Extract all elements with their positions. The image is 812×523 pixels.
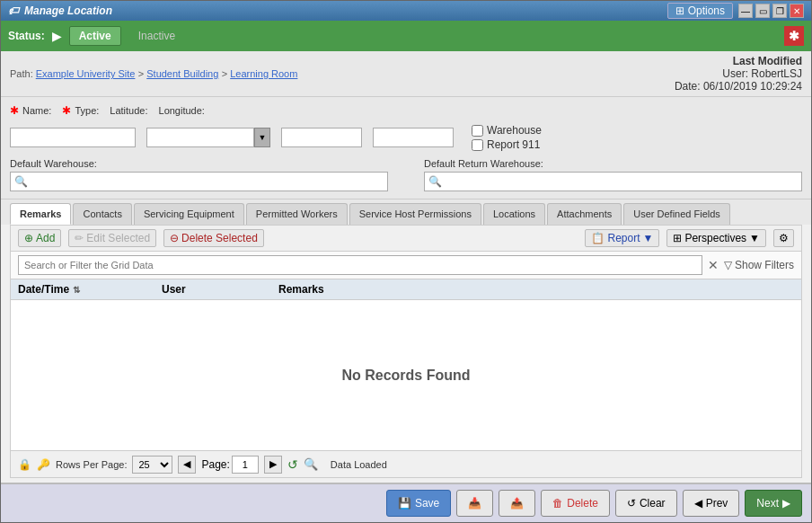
grid-footer: 🔒 🔑 Rows Per Page: 25 50 100 ◀ Page: ▶ ↺… bbox=[11, 450, 801, 477]
data-loaded-status: Data Loaded bbox=[331, 459, 387, 470]
tab-servicing-equipment[interactable]: Servicing Equipment bbox=[134, 203, 244, 225]
options-button[interactable]: ⊞ Options bbox=[667, 3, 733, 19]
grid-area: ⊕ Add ✏ Edit Selected ⊖ Delete Selected … bbox=[10, 225, 802, 478]
required-button[interactable]: ✱ bbox=[784, 26, 804, 46]
perspectives-icon: ⊞ bbox=[673, 232, 682, 244]
col-header-remarks: Remarks bbox=[278, 283, 794, 296]
form-row-2: East Wall Location Service Location ▼ Wa… bbox=[10, 124, 802, 151]
save-icon: 💾 bbox=[398, 497, 411, 510]
default-return-warehouse-input[interactable] bbox=[446, 176, 801, 187]
next-page-button[interactable]: ▶ bbox=[264, 456, 282, 474]
export-icon: 📤 bbox=[510, 497, 524, 510]
tab-locations[interactable]: Locations bbox=[483, 203, 545, 225]
clear-button[interactable]: ↺ Clear bbox=[615, 490, 677, 517]
add-button[interactable]: ⊕ Add bbox=[18, 229, 61, 247]
refresh-button[interactable]: ↺ bbox=[287, 457, 298, 472]
warehouse-checkbox-row: Warehouse bbox=[472, 124, 542, 137]
status-bar: Status: ▶ Active Inactive ✱ bbox=[1, 21, 811, 51]
add-icon: ⊕ bbox=[24, 232, 33, 244]
default-warehouse-input-wrap: 🔍 bbox=[10, 172, 388, 191]
path-part-3[interactable]: Learning Room bbox=[230, 68, 297, 79]
grid-header: Date/Time ⇅ User Remarks bbox=[11, 279, 801, 300]
main-window: 🏷 Manage Location ⊞ Options — ▭ ❐ ✕ Stat… bbox=[0, 0, 812, 523]
warehouse-checkbox[interactable] bbox=[472, 125, 483, 137]
zoom-button[interactable]: 🔍 bbox=[304, 457, 318, 471]
title-bar-left: 🏷 Manage Location bbox=[8, 4, 112, 17]
next-icon: ▶ bbox=[782, 497, 790, 510]
path-bar: Path: Example Univerity Site > Student B… bbox=[1, 51, 811, 97]
search-bar: ✕ ▽ Show Filters bbox=[11, 252, 801, 279]
settings-button[interactable]: ⚙ bbox=[773, 229, 794, 247]
inactive-status-button[interactable]: Inactive bbox=[128, 26, 185, 46]
status-arrow-icon: ▶ bbox=[52, 29, 62, 43]
rows-per-page-label: Rows Per Page: bbox=[56, 459, 127, 470]
longitude-input[interactable] bbox=[373, 128, 454, 147]
report-dropdown-icon: ▼ bbox=[643, 232, 654, 244]
type-input[interactable]: Service Location bbox=[146, 128, 254, 147]
delete-button[interactable]: 🗑 Delete bbox=[541, 490, 610, 517]
tab-remarks[interactable]: Remarks bbox=[10, 203, 71, 225]
status-bar-right: ✱ bbox=[784, 26, 804, 46]
tab-contacts[interactable]: Contacts bbox=[73, 203, 131, 225]
show-filters-button[interactable]: ▽ Show Filters bbox=[724, 259, 794, 271]
import-button[interactable]: 📥 bbox=[456, 490, 493, 517]
last-modified-date: Date: 06/10/2019 10:29:24 bbox=[675, 80, 802, 93]
default-warehouse-group: Default Warehouse: 🔍 bbox=[10, 158, 388, 191]
delete-selected-button[interactable]: ⊖ Delete Selected bbox=[163, 229, 264, 247]
type-select-wrapper: Service Location ▼ bbox=[146, 128, 270, 147]
path-sep-2: > bbox=[222, 68, 230, 79]
name-group: ✱ Name: bbox=[10, 104, 51, 117]
path-part-2[interactable]: Student Building bbox=[146, 68, 218, 79]
report-button[interactable]: 📋 Report ▼ bbox=[585, 229, 659, 247]
export-button[interactable]: 📤 bbox=[499, 490, 535, 517]
maximize-button[interactable]: ❐ bbox=[772, 4, 787, 18]
clear-search-button[interactable]: ✕ bbox=[708, 258, 719, 272]
lock-icon: 🔒 bbox=[18, 458, 31, 471]
close-button[interactable]: ✕ bbox=[790, 4, 804, 18]
minimize-button[interactable]: — bbox=[738, 4, 753, 18]
edit-selected-button[interactable]: ✏ Edit Selected bbox=[68, 229, 156, 247]
name-required-star: ✱ bbox=[10, 104, 19, 117]
page-input-wrap: Page: bbox=[201, 456, 258, 474]
default-return-warehouse-input-wrap: 🔍 bbox=[424, 172, 802, 191]
grid-search-input[interactable] bbox=[18, 255, 702, 275]
col-header-datetime[interactable]: Date/Time ⇅ bbox=[18, 283, 162, 296]
page-input[interactable] bbox=[232, 456, 259, 474]
next-button[interactable]: Next ▶ bbox=[745, 490, 802, 517]
col-header-user: User bbox=[162, 283, 278, 296]
type-label: Type: bbox=[75, 105, 99, 116]
prev-page-button[interactable]: ◀ bbox=[178, 456, 196, 474]
active-status-button[interactable]: Active bbox=[69, 26, 121, 46]
save-button[interactable]: 💾 Save bbox=[386, 490, 451, 517]
default-warehouse-input[interactable] bbox=[31, 176, 387, 187]
window-controls: — ▭ ❐ ✕ bbox=[738, 4, 804, 18]
type-dropdown-arrow[interactable]: ▼ bbox=[254, 128, 270, 147]
path-label: Path: bbox=[10, 68, 36, 79]
delete-selected-icon: ⊖ bbox=[170, 232, 179, 244]
report-911-checkbox[interactable] bbox=[472, 139, 483, 151]
latitude-input[interactable] bbox=[281, 128, 362, 147]
tab-permitted-workers[interactable]: Permitted Workers bbox=[246, 203, 348, 225]
lat-label: Latitude: bbox=[110, 105, 147, 116]
default-warehouse-label: Default Warehouse: bbox=[10, 158, 388, 169]
path-sep-1: > bbox=[138, 68, 146, 79]
restore-button[interactable]: ▭ bbox=[755, 4, 770, 18]
prev-button[interactable]: ◀ Prev bbox=[683, 490, 740, 517]
sort-icon-datetime: ⇅ bbox=[73, 285, 80, 295]
form-area: ✱ Name: ✱ Type: Latitude: Longitude: Eas… bbox=[1, 97, 811, 199]
grid-body: No Records Found bbox=[11, 300, 801, 450]
tab-service-host-permissions[interactable]: Service Host Permissions bbox=[349, 203, 481, 225]
prev-icon: ◀ bbox=[694, 497, 702, 510]
name-input[interactable]: East Wall Location bbox=[10, 128, 136, 147]
path-part-1[interactable]: Example Univerity Site bbox=[36, 68, 136, 79]
tab-user-defined-fields[interactable]: User Defined Fields bbox=[623, 203, 730, 225]
rows-per-page-select[interactable]: 25 50 100 bbox=[132, 456, 172, 474]
perspectives-button[interactable]: ⊞ Perspectives ▼ bbox=[666, 229, 766, 247]
tab-attachments[interactable]: Attachments bbox=[547, 203, 622, 225]
last-modified-heading: Last Modified bbox=[733, 55, 802, 67]
form-row-1: ✱ Name: ✱ Type: Latitude: Longitude: bbox=[10, 104, 802, 117]
warehouse-checkboxes: Warehouse Report 911 bbox=[472, 124, 542, 151]
lon-group-label: Longitude: bbox=[159, 105, 205, 116]
title-bar-right: ⊞ Options — ▭ ❐ ✕ bbox=[667, 3, 804, 19]
last-modified-user: User: RobertLSJ bbox=[722, 67, 802, 80]
